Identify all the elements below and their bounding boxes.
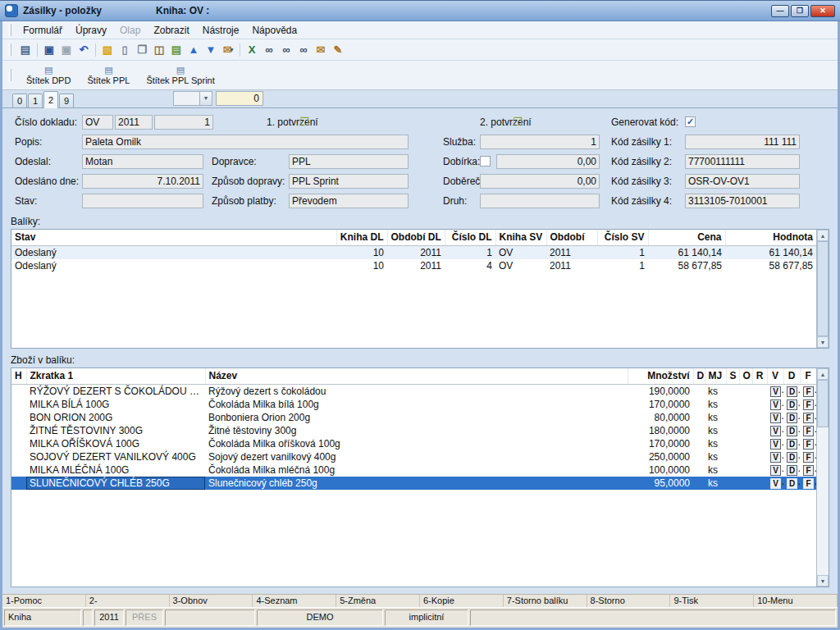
close-button[interactable]: ✕: [810, 5, 835, 17]
chevron-down-icon[interactable]: ▼: [199, 92, 212, 105]
table-row[interactable]: SLUNEČNICOVÝ CHLÉB 250GSlunečnicový chlé…: [11, 477, 816, 490]
kod-zasilky-2-field[interactable]: 77700111111: [685, 154, 800, 169]
new-document-icon[interactable]: ▯: [116, 42, 133, 58]
odeslal-field[interactable]: Motan: [82, 154, 203, 169]
column-header[interactable]: Kniha SV: [495, 230, 546, 245]
flag-f-button[interactable]: F: [803, 439, 814, 450]
dobirka-field[interactable]: 0,00: [496, 154, 600, 169]
column-header[interactable]: F: [800, 368, 816, 384]
flag-d-button[interactable]: D: [787, 386, 797, 397]
move-up-icon[interactable]: ▲: [185, 42, 202, 58]
undo-icon[interactable]: ↶: [75, 42, 92, 58]
flag-v-button[interactable]: V: [770, 465, 781, 476]
title-bar[interactable]: Zásilky - položky Kniha: OV : — ❐ ✕: [0, 0, 840, 21]
baliky-scrollbar[interactable]: ▲ ▼: [816, 230, 829, 348]
paste-icon[interactable]: ◫: [151, 42, 167, 58]
flag-f-button[interactable]: F: [803, 478, 814, 489]
column-header[interactable]: Číslo DL: [445, 230, 495, 245]
send-mail-dropdown-icon[interactable]: ✉▾: [220, 42, 236, 58]
generovat-kod-checkbox[interactable]: ✓: [685, 116, 696, 127]
kod-zasilky-4-field[interactable]: 3113105-7010001: [685, 194, 800, 208]
confirm1-stamp-icon[interactable]: ❐: [299, 116, 313, 129]
fnkey-4[interactable]: 4-Seznam: [253, 595, 336, 607]
flag-f-button[interactable]: F: [803, 465, 814, 476]
sluzba-field[interactable]: 1: [480, 135, 600, 149]
column-header[interactable]: D: [783, 368, 800, 384]
table-row[interactable]: Odeslaný1020114OV2011158 677,8558 677,85: [11, 259, 816, 272]
maximize-button[interactable]: ❐: [791, 5, 809, 17]
fnkey-2[interactable]: 2-: [86, 595, 170, 607]
scroll-thumb[interactable]: [817, 241, 829, 336]
column-header[interactable]: H: [11, 368, 26, 384]
scroll-up-icon[interactable]: ▲: [817, 368, 829, 380]
stitek-dpd-button[interactable]: ▤Štítek DPD: [20, 62, 77, 89]
column-header[interactable]: D: [693, 368, 705, 384]
fnkey-1[interactable]: 1-Pomoc: [2, 595, 86, 607]
flag-v-button[interactable]: V: [770, 478, 781, 489]
flag-d-button[interactable]: D: [787, 465, 797, 476]
column-header[interactable]: V: [767, 368, 783, 384]
scroll-thumb[interactable]: [817, 380, 829, 427]
scroll-track[interactable]: [817, 380, 829, 575]
scroll-down-icon[interactable]: ▼: [817, 336, 829, 348]
find-icon[interactable]: ∞: [261, 42, 277, 58]
flag-d-button[interactable]: D: [787, 399, 797, 410]
column-header[interactable]: Název: [205, 368, 628, 384]
odeslano-field[interactable]: 7.10.2011: [82, 174, 203, 189]
menu-formular[interactable]: Formulář: [16, 23, 69, 38]
flag-f-button[interactable]: F: [803, 386, 814, 397]
druh-field[interactable]: [480, 194, 600, 208]
zpusob-dopravy-field[interactable]: PPL Sprint: [289, 174, 409, 189]
flag-d-button[interactable]: D: [787, 439, 797, 450]
flag-f-button[interactable]: F: [803, 413, 814, 423]
stav-field[interactable]: [82, 194, 203, 208]
table-row[interactable]: SOJOVÝ DEZERT VANILKOVÝ 400GSojový dezer…: [11, 450, 816, 463]
flag-f-button[interactable]: F: [803, 426, 814, 436]
catalog-icon[interactable]: ▤: [168, 42, 185, 58]
popis-field[interactable]: Paleta Omilk: [82, 135, 409, 149]
doklad-book-field[interactable]: OV: [82, 115, 113, 130]
dopravce-field[interactable]: PPL: [289, 154, 409, 169]
menu-nastroje[interactable]: Nástroje: [196, 23, 246, 38]
menubar-grip[interactable]: [9, 24, 11, 36]
menu-napoveda[interactable]: Nápověda: [245, 23, 304, 38]
tab-2[interactable]: 2: [43, 91, 58, 108]
items-icon[interactable]: ▤: [17, 42, 34, 58]
filter-combobox[interactable]: ▼: [173, 91, 212, 106]
toolbar-grip[interactable]: [9, 43, 11, 56]
zpusob-platby-field[interactable]: Převodem: [289, 194, 409, 208]
fnkey-7[interactable]: 7-Storno balíku: [504, 595, 587, 607]
doklad-year-field[interactable]: 2011: [115, 115, 153, 130]
table-row[interactable]: MILKA OŘÍŠKOVÁ 100GČokoláda Milka oříško…: [11, 437, 816, 450]
tab-9[interactable]: 9: [59, 94, 74, 107]
column-header[interactable]: Množství: [628, 368, 693, 384]
flag-d-button[interactable]: D: [787, 478, 797, 489]
table-row[interactable]: MILKA BÍLÁ 100GČokoláda Milka bílá 100g1…: [11, 398, 816, 411]
counter-field[interactable]: 0: [216, 91, 263, 106]
kod-zasilky-3-field[interactable]: OSR-OV-OV1: [685, 174, 800, 189]
flag-v-button[interactable]: V: [770, 439, 781, 450]
export-excel-icon[interactable]: X: [244, 42, 260, 58]
column-header[interactable]: R: [752, 368, 767, 384]
fnkey-6[interactable]: 6-Kopie: [420, 595, 504, 607]
flag-v-button[interactable]: V: [770, 452, 781, 463]
tab-1[interactable]: 1: [28, 94, 43, 107]
fnkey-10[interactable]: 10-Menu: [754, 595, 838, 607]
stitek-ppl-sprint-button[interactable]: ▤Štítek PPL Sprint: [139, 62, 221, 89]
fnkey-3[interactable]: 3-Obnov: [170, 595, 253, 607]
label-toolbar-grip[interactable]: [9, 69, 11, 81]
minimize-button[interactable]: —: [771, 5, 789, 17]
edit-icon[interactable]: ✎: [330, 42, 346, 58]
flag-f-button[interactable]: F: [803, 452, 814, 463]
doberecne-field[interactable]: 0,00: [480, 174, 600, 189]
flag-d-button[interactable]: D: [787, 413, 797, 423]
column-header[interactable]: Období: [546, 230, 597, 245]
column-header[interactable]: Stav: [11, 230, 336, 245]
table-row[interactable]: MILKA MLÉČNÁ 100GČokoláda Milka mléčná 1…: [11, 463, 816, 477]
column-header[interactable]: Kniha DL: [336, 230, 387, 245]
open-folder-icon[interactable]: ▧: [99, 42, 116, 58]
column-header[interactable]: Zkratka 1: [26, 368, 205, 384]
stitek-ppl-button[interactable]: ▤Štítek PPL: [80, 62, 136, 89]
table-row[interactable]: RÝŽOVÝ DEZERT S ČOKOLÁDOU 400GRýžový dez…: [11, 384, 816, 398]
menu-zobrazit[interactable]: Zobrazit: [147, 23, 195, 38]
